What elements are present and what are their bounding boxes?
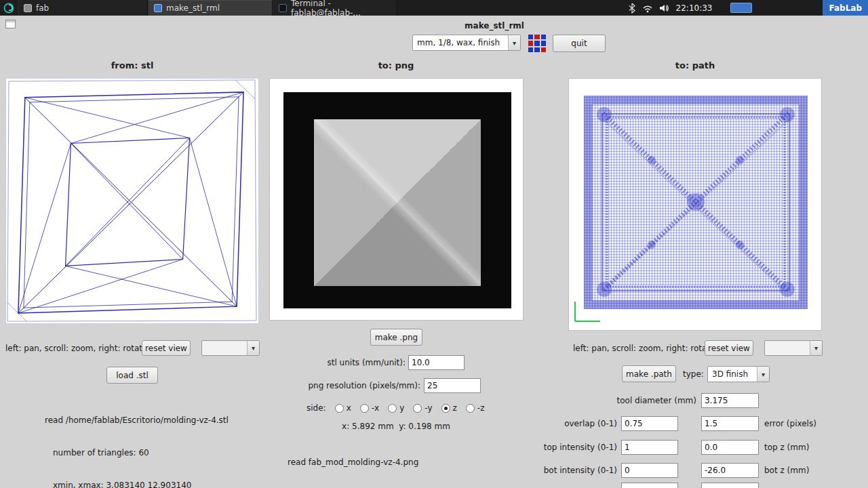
side-option-negx[interactable]: -x [360,403,379,413]
logo-dot [534,41,539,45]
side-option-z[interactable]: z [441,403,457,413]
cursor-readout: x: 5.892 mm y: 0.198 mm [342,422,450,431]
stl-reset-view-button[interactable]: reset view [142,340,191,356]
stl-info-line: number of triangles: 60 [53,447,229,458]
png-image-background [283,92,511,308]
top-intensity-label: top intensity (0-1) [515,443,617,452]
logo-dot [528,35,533,39]
bot-z-label: bot z (mm) [764,466,809,475]
tray-spacer [758,7,816,8]
bluetooth-icon[interactable] [628,3,636,14]
path-view-combo-value [765,341,810,355]
stl-units-label: stl units (mm/unit): [285,358,406,367]
cutoff-input-left[interactable] [621,483,678,488]
window-restore-icon[interactable] [5,20,16,28]
cutoff-input-right[interactable] [701,483,759,488]
stl-view-combo-value [202,341,247,355]
side-option-label: z [453,403,457,413]
stl-info-line: xmin, xmax: 3.083140 12.903140 [53,480,229,488]
taskbar: fab make_stl_rml Terminal - fablab@fabla… [0,0,868,16]
axis-indicator-icon [572,298,603,325]
side-option-label: y [399,403,404,413]
stl-units-input[interactable] [408,355,465,370]
path-view-combo[interactable]: ▾ [764,340,823,356]
stl-viewport[interactable] [5,78,259,324]
side-radio-negy[interactable] [413,404,422,413]
side-label: side: [307,403,326,413]
stl-info-line: read /home/fablab/Escritorio/molding-vz-… [45,415,229,426]
side-radio-negx[interactable] [360,404,369,413]
side-radio-z[interactable] [441,404,450,413]
bot-intensity-label: bot intensity (0-1) [515,466,617,475]
taskbar-window-make-stl-rml[interactable]: make_stl_rml [148,0,273,16]
logo-dot [534,47,539,52]
side-option-y[interactable]: y [388,403,404,413]
preset-combo[interactable]: mm, 1/8, wax, finish ▾ [412,35,521,51]
volume-icon[interactable] [659,3,670,13]
error-input[interactable] [701,416,759,431]
make-path-button[interactable]: make .path [622,365,676,382]
side-radio-y[interactable] [388,404,397,413]
logo-dot [534,35,539,39]
quit-button[interactable]: quit [553,35,606,52]
png-resolution-input[interactable] [424,378,481,393]
side-option-negz[interactable]: -z [466,403,485,413]
workspace-switcher[interactable] [730,3,752,13]
overlap-input[interactable] [621,416,678,431]
side-option-label: -x [372,403,379,413]
side-option-x[interactable]: x [335,403,351,413]
logo-dot [541,47,546,52]
window-icon [24,4,32,12]
window-icon [154,4,162,12]
side-option-label: -y [425,403,432,413]
taskbar-window-fab[interactable]: fab [18,0,148,16]
stl-hint: left: pan, scroll: zoom, right: rotate [5,344,147,353]
load-stl-button[interactable]: load .stl [106,367,158,384]
page-title: make_stl_rml [465,21,524,30]
png-info: read fab_mod_molding-vz-4.png bit depth:… [288,437,538,488]
type-label: type: [683,369,704,379]
taskbar-window-terminal[interactable]: Terminal - fablab@fablab-... [273,0,397,16]
side-option-negy[interactable]: -y [413,403,432,413]
png-info-line: read fab_mod_molding-vz-4.png [288,458,538,468]
make-png-button[interactable]: make .png [370,329,422,346]
side-option-label: x [347,403,351,413]
wifi-icon[interactable] [642,3,653,13]
path-hint: left: pan, scroll: zoom, right: rotate [573,344,715,353]
stl-view-combo[interactable]: ▾ [201,340,260,356]
path-viewport[interactable] [568,78,822,331]
logo-dot [541,41,546,45]
chevron-down-icon: ▾ [810,341,822,355]
fablab-badge: FabLab [823,0,868,16]
chevron-down-icon: ▾ [508,35,520,50]
tool-diameter-input[interactable] [701,393,759,408]
logo-dot [528,41,533,45]
desktop: fab make_stl_rml Terminal - fablab@fabla… [0,0,868,488]
stl-heading: from: stl [111,60,154,70]
side-radio-group: side: x -x y -y z -z [307,403,484,413]
tool-diameter-label: tool diameter (mm) [595,396,696,405]
png-viewport[interactable] [269,78,524,321]
bot-intensity-input[interactable] [621,463,678,478]
side-radio-negz[interactable] [466,404,475,413]
top-intensity-input[interactable] [621,440,678,455]
app-menu-icon[interactable] [0,0,18,16]
path-type-combo-value: 3D finish [708,367,757,382]
side-radio-x[interactable] [335,404,344,413]
chevron-down-icon: ▾ [757,367,769,382]
top-z-label: top z (mm) [764,443,809,452]
logo-dot [528,47,533,52]
logo-dot [541,35,546,39]
clock: 22:10:33 [676,3,713,13]
bot-z-input[interactable] [701,463,759,478]
side-option-label: -z [477,403,485,413]
taskbar-window-label: Terminal - fablab@fablab-... [291,0,391,18]
path-heading: to: path [675,60,715,70]
png-heightmap [314,119,481,286]
chevron-down-icon: ▾ [247,341,259,355]
preset-combo-value: mm, 1/8, wax, finish [413,35,508,50]
path-reset-view-button[interactable]: reset view [705,340,753,356]
path-type-combo[interactable]: 3D finish ▾ [707,366,770,382]
png-resolution-label: png resolution (pixels/mm): [285,381,420,390]
top-z-input[interactable] [701,440,759,455]
